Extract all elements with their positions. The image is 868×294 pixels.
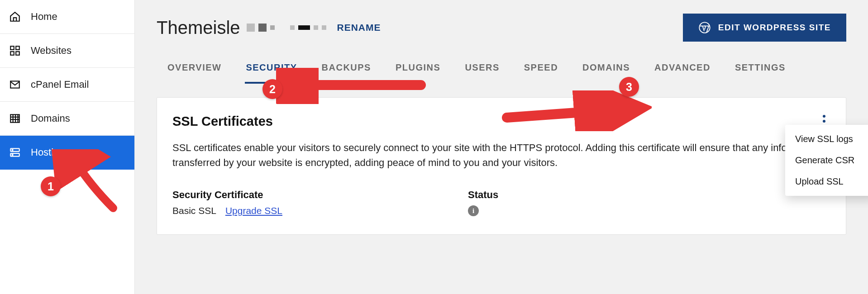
domains-icon — [9, 113, 21, 124]
annotation-badge-3: 3 — [619, 77, 639, 97]
svg-point-13 — [12, 150, 13, 151]
mail-icon — [9, 79, 21, 90]
edit-wordpress-label: EDIT WORDPRESS SITE — [718, 23, 831, 33]
sidebar-item-home[interactable]: Home — [0, 0, 134, 34]
sidebar-item-label: Domains — [31, 113, 70, 124]
status-label: Status — [468, 189, 498, 201]
tabs: OVERVIEW SECURITY BACKUPS PLUGINS USERS … — [157, 50, 846, 84]
main-content: Themeisle RENAME EDIT WORDPRESS SITE OVE… — [135, 0, 868, 294]
sidebar-item-hosting[interactable]: Hosting — [0, 136, 134, 170]
card-title: SSL Certificates — [172, 114, 273, 129]
card-description: SSL certificates enable your visitors to… — [172, 140, 830, 170]
censored-text — [247, 24, 326, 32]
menu-generate-csr[interactable]: Generate CSR — [785, 150, 868, 171]
ssl-certificates-card: SSL Certificates SSL certificates enable… — [157, 97, 846, 235]
info-icon[interactable]: i — [468, 205, 479, 216]
sidebar-item-domains[interactable]: Domains — [0, 102, 134, 136]
svg-rect-1 — [16, 46, 19, 50]
tab-backups[interactable]: BACKUPS — [321, 60, 372, 84]
sidebar: Home Websites cPanel Email Domains Hosti… — [0, 0, 135, 294]
menu-view-ssl-logs[interactable]: View SSL logs — [785, 128, 868, 150]
hosting-icon — [9, 147, 21, 158]
sidebar-item-label: Websites — [31, 45, 72, 57]
rename-link[interactable]: RENAME — [337, 22, 381, 33]
home-icon — [9, 11, 21, 23]
tab-plugins[interactable]: PLUGINS — [395, 60, 441, 84]
svg-rect-0 — [10, 46, 14, 50]
tab-users[interactable]: USERS — [464, 60, 500, 84]
svg-rect-2 — [10, 52, 14, 55]
cert-value: Basic SSL — [172, 205, 216, 216]
site-name: Themeisle — [157, 18, 240, 38]
tab-settings[interactable]: SETTINGS — [734, 60, 787, 84]
upgrade-ssl-link[interactable]: Upgrade SSL — [225, 205, 282, 216]
menu-upload-ssl[interactable]: Upload SSL — [785, 171, 868, 192]
ssl-menu-dropdown: View SSL logs Generate CSR Upload SSL — [785, 125, 868, 196]
sidebar-item-label: cPanel Email — [31, 79, 89, 90]
security-certificate-column: Security Certificate Basic SSL Upgrade S… — [172, 189, 282, 216]
edit-wordpress-button[interactable]: EDIT WORDPRESS SITE — [683, 14, 846, 42]
sidebar-item-cpanel-email[interactable]: cPanel Email — [0, 68, 134, 102]
tab-speed[interactable]: SPEED — [523, 60, 559, 84]
cert-label: Security Certificate — [172, 189, 282, 201]
status-column: Status i — [468, 189, 498, 216]
tab-advanced[interactable]: ADVANCED — [653, 60, 711, 84]
svg-rect-3 — [16, 52, 19, 55]
wordpress-icon — [698, 21, 711, 34]
svg-point-14 — [12, 154, 13, 155]
annotation-badge-1: 1 — [41, 176, 61, 196]
annotation-badge-2: 2 — [262, 79, 282, 99]
sidebar-item-label: Home — [31, 11, 57, 23]
page-header: Themeisle RENAME EDIT WORDPRESS SITE — [157, 14, 846, 42]
grid-icon — [9, 45, 21, 57]
site-title-group: Themeisle RENAME — [157, 18, 381, 38]
sidebar-item-websites[interactable]: Websites — [0, 34, 134, 68]
tab-overview[interactable]: OVERVIEW — [167, 60, 222, 84]
sidebar-item-label: Hosting — [31, 147, 65, 158]
